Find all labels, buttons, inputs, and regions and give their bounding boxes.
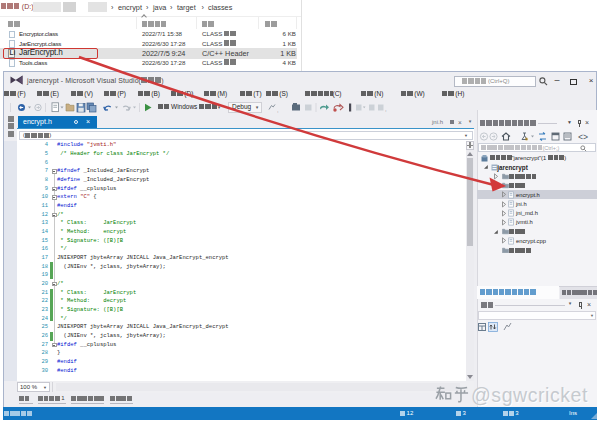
svg-text:<>: <>: [578, 133, 588, 142]
svg-text:,: ,: [385, 106, 387, 112]
svg-text:,: ,: [277, 107, 279, 113]
